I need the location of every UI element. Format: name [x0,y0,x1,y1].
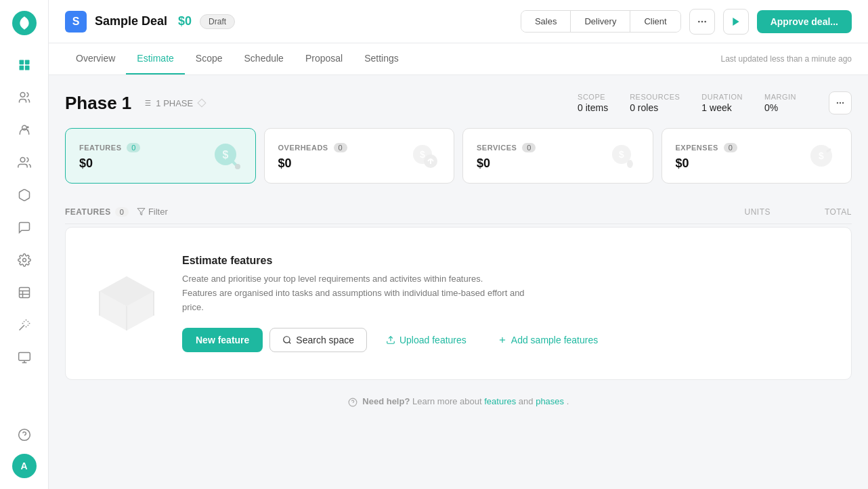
tab-schedule[interactable]: Schedule [234,43,295,75]
overheads-card-count: 0 [334,143,347,152]
phase-meta: 1 PHASE [142,98,207,108]
sidebar-item-wand[interactable] [11,312,38,339]
upload-features-button[interactable]: Upload features [374,328,479,352]
sidebar-item-monitor[interactable] [11,344,38,371]
view-tab-delivery[interactable]: Delivery [571,11,630,32]
stat-scope-value: 0 items [578,102,608,113]
expenses-card-label: EXPENSES [676,144,718,152]
svg-point-20 [701,20,703,22]
svg-marker-22 [733,18,739,26]
sidebar-item-settings[interactable] [11,247,38,274]
expenses-card-icon: $ [805,140,838,172]
play-button[interactable] [723,9,749,35]
stat-margin-value: 0% [764,102,796,113]
svg-marker-29 [198,99,206,107]
sidebar-item-dashboard[interactable] [11,51,38,79]
stat-scope-label: SCOPE [578,93,608,101]
overheads-card-icon: $ [408,140,440,172]
svg-point-6 [26,126,28,128]
filter-label: Filter [148,207,168,217]
sidebar-item-person[interactable] [11,116,38,144]
tab-estimate[interactable]: Estimate [126,43,184,75]
cost-card-features[interactable]: FEATURES 0 $0 $ [65,128,256,184]
search-space-button[interactable]: Search space [269,328,367,352]
cost-cards: FEATURES 0 $0 $ [65,128,852,184]
svg-text:$: $ [420,149,425,160]
search-icon [282,335,292,345]
tab-proposal[interactable]: Proposal [295,43,353,75]
col-units-label: UNITS [689,207,771,217]
stat-margin: MARGIN 0% [764,93,796,113]
tab-scope[interactable]: Scope [185,43,234,75]
features-card-label: FEATURES [79,144,121,152]
svg-text:$: $ [222,149,228,161]
features-card-icon: $ [209,140,242,172]
cost-card-expenses[interactable]: EXPENSES 0 $0 $ [661,128,852,184]
phase-stats: SCOPE 0 items RESOURCES 0 roles DURATION… [578,91,852,114]
cost-card-services[interactable]: SERVICES 0 $0 $ [462,128,653,184]
deal-logo-icon: S [65,11,87,33]
tab-overview[interactable]: Overview [65,43,126,75]
svg-rect-3 [24,66,29,70]
features-card-count: 0 [127,143,140,152]
svg-point-8 [20,158,25,163]
search-space-label: Search space [296,335,354,345]
help-link-phases[interactable]: phases [536,396,564,406]
user-avatar[interactable]: A [12,454,37,478]
stat-resources: RESOURCES 0 roles [630,93,680,113]
sidebar-item-help[interactable] [11,421,38,448]
stat-scope: SCOPE 0 items [578,93,608,113]
approve-deal-button[interactable]: Approve deal... [757,10,852,33]
services-card-label: SERVICES [477,144,517,152]
empty-state-content: Estimate features Create and prioritise … [182,255,610,352]
help-link-features[interactable]: features [484,396,516,406]
svg-rect-10 [19,288,29,298]
overheads-card-label: OVERHEADS [278,144,328,152]
filter-button[interactable]: Filter [137,207,168,217]
view-tabs: Sales Delivery Client [521,10,681,33]
add-sample-label: Add sample features [511,335,598,345]
tab-settings[interactable]: Settings [353,43,410,75]
svg-rect-1 [24,60,29,65]
stat-resources-label: RESOURCES [630,93,680,101]
sidebar-item-team[interactable] [11,149,38,176]
sidebar-item-features[interactable] [11,182,38,209]
last-updated-text: Last updated less than a minute ago [721,54,852,64]
svg-point-31 [840,102,841,104]
app-logo[interactable] [12,11,37,35]
help-circle-icon [348,398,357,407]
more-options-button[interactable] [689,9,715,35]
empty-state-actions: New feature Search space Upload features… [182,328,610,352]
deal-amount: $0 [178,14,192,28]
phase-title: Phase 1 [65,93,131,114]
main-content: S Sample Deal $0 Draft Sales Delivery Cl… [49,0,868,489]
sidebar-item-table[interactable] [11,279,38,306]
phase-header: Phase 1 1 PHASE SCOPE 0 items RESOURCES … [65,91,852,114]
features-table-label: FEATURES [65,207,111,217]
empty-state: Estimate features Create and prioritise … [65,227,852,380]
empty-state-title: Estimate features [182,255,610,267]
services-card-icon: $ [607,140,639,172]
features-card-amount: $0 [79,156,140,171]
svg-rect-0 [19,60,24,65]
svg-text:$: $ [619,149,624,160]
sidebar-item-chat[interactable] [11,214,38,241]
svg-point-32 [842,102,844,104]
view-tab-client[interactable]: Client [630,11,680,32]
cost-card-overheads[interactable]: OVERHEADS 0 $0 $ [264,128,455,184]
add-sample-features-button[interactable]: Add sample features [485,328,610,352]
phase-more-button[interactable] [829,91,852,114]
sidebar-item-audience[interactable] [11,84,38,111]
view-tab-sales[interactable]: Sales [521,11,571,32]
features-table-header: FEATURES 0 Filter UNITS TOTAL [65,200,852,224]
svg-rect-2 [19,66,24,70]
phase-list-icon [142,98,152,108]
svg-point-46 [284,337,290,343]
empty-state-desc2: Features are organised into tasks and as… [182,286,534,315]
empty-state-desc1: Create and prioritise your top level req… [182,272,534,286]
svg-point-9 [22,259,26,262]
new-feature-button[interactable]: New feature [182,328,263,352]
empty-state-icon [93,270,160,337]
expenses-card-amount: $0 [676,156,737,171]
expenses-card-count: 0 [724,143,737,152]
